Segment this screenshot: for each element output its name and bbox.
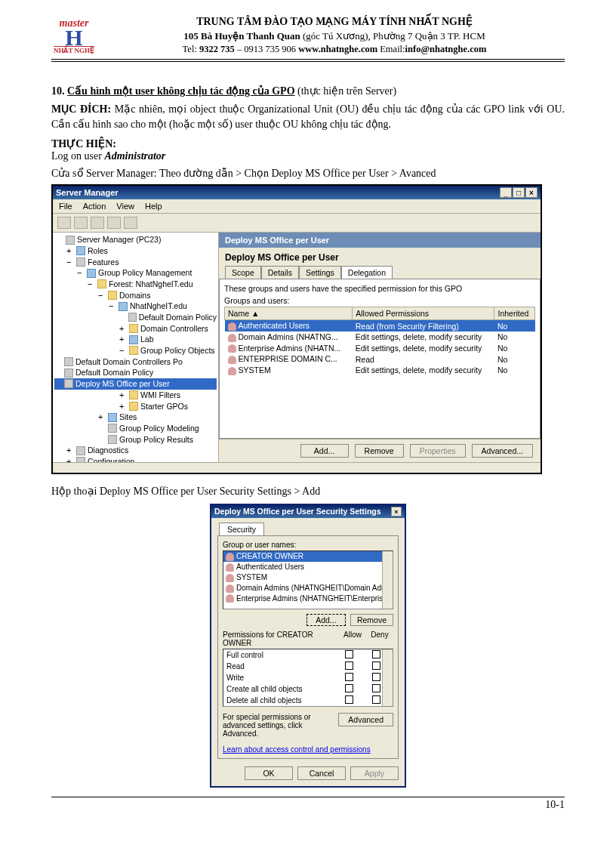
toolbar-refresh-icon[interactable] (91, 217, 104, 229)
col-allowed[interactable]: Allowed Permissions (353, 307, 494, 320)
toolbar (53, 214, 541, 233)
minimize-button[interactable]: _ (500, 187, 512, 198)
list-item[interactable]: CREATOR OWNER (223, 551, 393, 562)
col-inherited[interactable]: Inherited (494, 307, 535, 320)
tab-details[interactable]: Details (261, 266, 299, 279)
dialog-close-button[interactable]: × (391, 507, 402, 517)
permission-row[interactable]: Create all child objects (223, 683, 393, 695)
tree-item[interactable]: − Group Policy Management (54, 267, 217, 279)
table-row[interactable]: ENTERPRISE DOMAIN C...ReadNo (225, 353, 535, 365)
tree-item[interactable]: Group Policy Results (54, 434, 217, 446)
toolbar-properties-icon[interactable] (107, 217, 121, 229)
table-row[interactable]: SYSTEMEdit settings, delete, modify secu… (225, 365, 535, 376)
allow-checkbox[interactable] (345, 695, 353, 704)
allow-checkbox[interactable] (345, 673, 353, 681)
permission-row[interactable]: Read (223, 661, 393, 672)
tree-item[interactable]: Default Domain Controllers Po (54, 356, 217, 368)
apply-button[interactable]: Apply (350, 766, 399, 780)
gpo-tabs: Scope Details Settings Delegation (225, 266, 534, 279)
tree-panel[interactable]: Server Manager (PC23)+ Roles− Features− … (53, 233, 219, 462)
tree-item[interactable]: − Domains (54, 290, 217, 301)
tree-item[interactable]: Group Policy Modeling (54, 423, 217, 434)
tree-item[interactable]: − Group Policy Objects (54, 345, 217, 356)
tree-item[interactable]: − Forest: NhatNgheIT.edu (54, 279, 217, 290)
properties-button[interactable]: Properties (410, 444, 466, 458)
permissions-list[interactable]: Full controlReadWriteCreate all child ob… (223, 649, 393, 707)
list-item[interactable]: Domain Admins (NHATNGHEIT\Domain Admins) (223, 583, 393, 594)
toolbar-forward-icon[interactable] (74, 217, 88, 229)
window-title: Server Manager (56, 188, 500, 197)
maximize-button[interactable]: □ (513, 187, 525, 198)
vertical-scrollbar[interactable] (382, 649, 393, 706)
learn-link[interactable]: Learn about access control and permissio… (223, 745, 371, 754)
table-row[interactable]: Domain Admins (NHATNG...Edit settings, d… (225, 331, 535, 343)
deny-checkbox[interactable] (372, 684, 380, 692)
deny-checkbox[interactable] (372, 673, 380, 681)
remove-button[interactable]: Remove (355, 444, 404, 458)
menubar: File Action View Help (53, 199, 541, 214)
tree-item[interactable]: − NhatNgheIT.edu (54, 301, 217, 312)
close-button[interactable]: × (525, 187, 537, 198)
dlg-add-button[interactable]: Add... (306, 614, 346, 626)
allow-checkbox[interactable] (345, 661, 353, 670)
tree-item[interactable]: + WMI Filters (54, 390, 217, 401)
tree-item[interactable]: + Sites (54, 412, 217, 423)
tree-item[interactable]: + Starter GPOs (54, 401, 217, 412)
vertical-scrollbar[interactable] (382, 551, 393, 609)
dlg-advanced-button[interactable]: Advanced (338, 713, 393, 726)
tab-delegation[interactable]: Delegation (341, 266, 393, 279)
table-row[interactable]: Authenticated UsersRead (from Security F… (225, 320, 535, 331)
tree-item[interactable]: − Features (54, 257, 217, 268)
window-titlebar: Server Manager _ □ × (53, 186, 541, 199)
security-settings-dialog: Deploy MS Office per User Security Setti… (210, 504, 406, 788)
toolbar-help-icon[interactable] (124, 217, 137, 229)
path-line: Cửa sổ Server Manager: Theo đường dẫn > … (51, 167, 565, 180)
gpo-panel: Deploy MS Office per User Deploy MS Offi… (219, 233, 541, 462)
horizontal-scrollbar[interactable] (53, 462, 541, 473)
permission-row[interactable]: Write (223, 672, 393, 683)
logon-line: Log on user Administrator (51, 150, 565, 162)
list-item[interactable]: SYSTEM (223, 572, 393, 583)
gpo-header: Deploy MS Office per User (219, 233, 541, 248)
allow-checkbox[interactable] (345, 684, 353, 692)
header-address: 105 Bà Huyện Thanh Quan (góc Tú Xương), … (104, 29, 565, 43)
gpo-button-row: Add... Remove Properties Advanced... (219, 439, 541, 462)
purpose-text: MỤC ĐÍCH: Mặc nhiên, mọi object thuộc Or… (51, 102, 565, 131)
tab-scope[interactable]: Scope (225, 266, 261, 279)
permissions-table[interactable]: Name ▲ Allowed Permissions Inherited Aut… (224, 307, 535, 376)
tree-item[interactable]: + Configuration (54, 456, 217, 462)
add-button[interactable]: Add... (300, 444, 349, 458)
list-item[interactable]: Enterprise Admins (NHATNGHEIT\Enterprise… (223, 594, 393, 604)
deny-checkbox[interactable] (372, 661, 380, 670)
allow-checkbox[interactable] (345, 650, 353, 658)
ok-button[interactable]: OK (245, 766, 293, 780)
header-text: TRUNG TÂM ĐÀO TẠO MẠNG MÁY TÍNH NHẤT NGH… (104, 15, 565, 55)
permission-row[interactable]: Delete all child objects (223, 695, 393, 706)
logo-h: H (65, 29, 82, 46)
tree-item[interactable]: + Diagnostics (54, 445, 217, 456)
menu-action[interactable]: Action (83, 202, 106, 211)
toolbar-back-icon[interactable] (57, 217, 71, 229)
tree-item[interactable]: Default Domain Policy (54, 312, 217, 323)
tree-item[interactable]: Server Manager (PC23) (54, 234, 217, 245)
deny-checkbox[interactable] (372, 695, 380, 704)
deny-checkbox[interactable] (372, 650, 380, 658)
tab-settings[interactable]: Settings (299, 266, 341, 279)
cancel-button[interactable]: Cancel (297, 766, 346, 780)
tree-item[interactable]: + Roles (54, 245, 217, 257)
col-name[interactable]: Name ▲ (225, 307, 353, 320)
table-row[interactable]: Enterprise Admins (NHATN...Edit settings… (225, 343, 535, 354)
advanced-button[interactable]: Advanced... (472, 444, 533, 458)
menu-file[interactable]: File (59, 202, 72, 211)
dlg-remove-button[interactable]: Remove (350, 614, 393, 626)
tab-security[interactable]: Security (219, 523, 264, 535)
tree-item[interactable]: + Domain Controllers (54, 323, 217, 335)
menu-view[interactable]: View (116, 202, 134, 211)
group-list[interactable]: CREATOR OWNERAuthenticated UsersSYSTEMDo… (223, 550, 393, 609)
tree-item[interactable]: Deploy MS Office per User (54, 378, 217, 390)
tree-item[interactable]: + Lab (54, 334, 217, 345)
list-item[interactable]: Authenticated Users (223, 562, 393, 572)
permission-row[interactable]: Full control (223, 649, 393, 661)
tree-item[interactable]: Default Domain Policy (54, 367, 217, 378)
menu-help[interactable]: Help (145, 202, 162, 211)
